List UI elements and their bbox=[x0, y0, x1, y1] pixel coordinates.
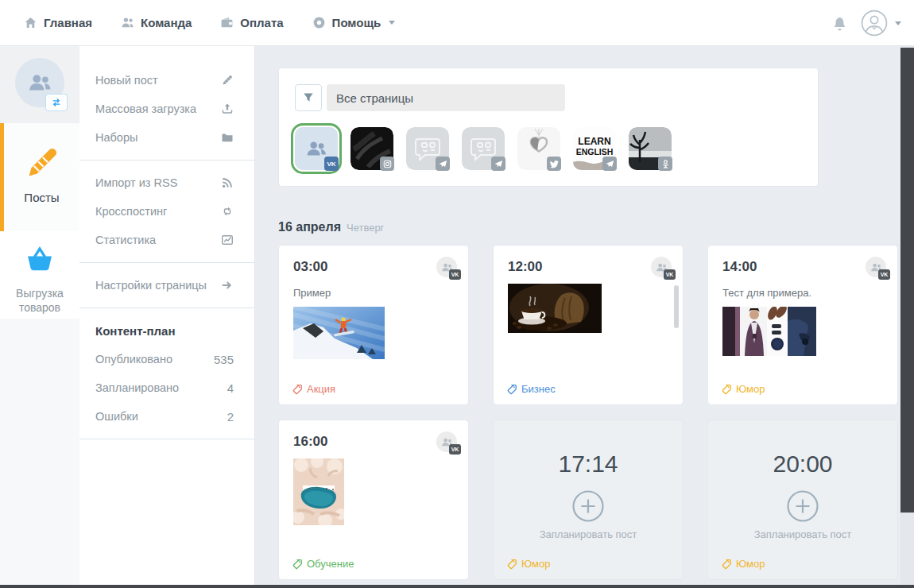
nav-item-home[interactable]: Главная bbox=[24, 16, 92, 29]
notifications-bell-icon[interactable] bbox=[831, 15, 848, 32]
tag-icon bbox=[721, 559, 732, 570]
content-plan-row[interactable]: Запланировано4 bbox=[79, 373, 254, 402]
page-thumbnail-telegram[interactable] bbox=[406, 127, 449, 170]
weekday-label: Четверг bbox=[347, 222, 384, 234]
rail-item-goods-export[interactable]: Выгрузка товаров bbox=[0, 231, 79, 319]
sidebar-menu: Новый постМассовая загрузкаНаборыИмпорт … bbox=[79, 46, 255, 588]
post-tag[interactable]: Юмор bbox=[721, 558, 765, 570]
chevron-down-icon bbox=[389, 21, 395, 25]
content-plan-row[interactable]: Опубликовано535 bbox=[79, 345, 254, 373]
user-menu[interactable] bbox=[861, 10, 901, 37]
post-text: Пример bbox=[293, 287, 454, 299]
nav-item-team[interactable]: Команда bbox=[121, 16, 192, 29]
pages-filter-input[interactable] bbox=[327, 84, 565, 111]
post-card[interactable]: 14:00VKТест для примера.Юмор bbox=[707, 245, 898, 405]
slot-time: 17:14 bbox=[508, 451, 668, 478]
page-thumbnail-vk[interactable]: VK bbox=[295, 127, 338, 170]
sidebar-item-label: Импорт из RSS bbox=[95, 176, 177, 189]
switch-pages-badge[interactable] bbox=[45, 94, 68, 111]
repost-icon bbox=[221, 205, 234, 218]
schedule-post-label[interactable]: Запланировать пост bbox=[722, 528, 883, 540]
post-card[interactable]: 12:00VKБизнес bbox=[493, 245, 684, 405]
sidebar-item[interactable]: Настройки страницы bbox=[79, 271, 254, 300]
page-avatar: VK bbox=[651, 257, 672, 277]
post-image[interactable] bbox=[293, 458, 454, 525]
post-card[interactable]: 16:00VKОбучение bbox=[278, 420, 469, 580]
card-scrollbar-thumb[interactable] bbox=[674, 285, 679, 328]
post-image[interactable] bbox=[722, 307, 883, 356]
rss-icon bbox=[221, 176, 234, 189]
page-thumbnail-telegram[interactable] bbox=[462, 127, 505, 170]
content-plan-label: Запланировано bbox=[95, 381, 179, 394]
plus-circle-icon[interactable] bbox=[572, 490, 604, 522]
sidebar-item-label: Кросспостинг bbox=[95, 205, 167, 218]
team-icon bbox=[121, 16, 134, 29]
main-scrollbar-thumb[interactable] bbox=[900, 48, 914, 513]
page-thumbnail-instagram[interactable] bbox=[350, 127, 393, 170]
tag-icon bbox=[292, 559, 303, 570]
page-thumbnail-twitter[interactable] bbox=[517, 127, 560, 170]
telegram-icon bbox=[494, 159, 504, 169]
post-tag[interactable]: Обучение bbox=[292, 558, 354, 570]
post-tag[interactable]: Юмор bbox=[506, 558, 550, 570]
empty-slot-card[interactable]: 20:00Запланировать постЮмор bbox=[707, 420, 898, 580]
sidebar-item-label: Новый пост bbox=[95, 74, 158, 87]
plus-circle-icon[interactable] bbox=[787, 490, 819, 522]
divider bbox=[79, 308, 254, 308]
content-plan-count: 535 bbox=[214, 353, 234, 366]
telegram-icon bbox=[605, 159, 615, 169]
user-avatar-icon bbox=[861, 10, 888, 37]
sidebar-item[interactable]: Массовая загрузка bbox=[79, 95, 254, 123]
post-tag[interactable]: Бизнес bbox=[506, 383, 556, 395]
post-tag[interactable]: Акция bbox=[292, 383, 335, 395]
empty-slot-card[interactable]: 17:14Запланировать постЮмор bbox=[493, 420, 684, 580]
nav-item-payment[interactable]: Оплата bbox=[220, 16, 283, 29]
sidebar-item[interactable]: Статистика bbox=[79, 226, 254, 254]
page-thumbnail-odnoklassniki[interactable] bbox=[629, 127, 672, 170]
odnoklassniki-icon bbox=[660, 159, 671, 169]
vk-badge-icon: VK bbox=[324, 157, 339, 171]
swap-arrows-icon bbox=[51, 97, 62, 108]
post-image[interactable] bbox=[508, 284, 668, 333]
slot-time: 20:00 bbox=[722, 451, 883, 478]
page-thumbnail-telegram[interactable]: LEARNENGLISH bbox=[573, 127, 616, 170]
page-thumbnails: VKLEARNENGLISH bbox=[295, 127, 802, 170]
main-content: VKLEARNENGLISH 16 апреляЧетверг 03:00VKП… bbox=[255, 46, 900, 588]
nav-label: Команда bbox=[141, 16, 192, 29]
divider bbox=[79, 160, 254, 161]
post-tag-label: Бизнес bbox=[521, 383, 556, 395]
sidebar-item[interactable]: Импорт из RSS bbox=[79, 168, 254, 197]
post-image[interactable] bbox=[293, 307, 454, 359]
sidebar-item[interactable]: Кросспостинг bbox=[79, 197, 254, 226]
nav-item-help[interactable]: Помощь bbox=[312, 16, 396, 29]
content-plan-row[interactable]: Ошибки2 bbox=[79, 402, 254, 431]
nav-label: Главная bbox=[44, 16, 92, 29]
post-tag[interactable]: Юмор bbox=[721, 383, 765, 395]
post-time: 16:00 bbox=[293, 433, 454, 451]
account-section bbox=[0, 46, 79, 123]
post-card[interactable]: 03:00VKПримерАкция bbox=[278, 245, 469, 405]
main-scrollbar-track[interactable] bbox=[900, 46, 914, 588]
svg-text:LEARN: LEARN bbox=[578, 136, 610, 147]
sidebar-item-label: Массовая загрузка bbox=[95, 103, 196, 115]
instagram-badge-icon bbox=[380, 157, 394, 171]
rail-item-posts[interactable]: Посты bbox=[0, 123, 79, 231]
schedule-post-label[interactable]: Запланировать пост bbox=[508, 528, 668, 540]
filter-button[interactable] bbox=[295, 84, 322, 111]
top-navbar: ГлавнаяКомандаОплатаПомощь bbox=[0, 0, 914, 46]
tag-icon bbox=[506, 384, 517, 395]
sidebar-item[interactable]: Наборы bbox=[79, 123, 254, 152]
post-tag-label: Акция bbox=[307, 383, 335, 395]
post-time: 12:00 bbox=[508, 258, 668, 276]
odnoklassniki-badge-icon bbox=[658, 157, 672, 171]
tag-icon bbox=[721, 384, 732, 395]
sidebar-item[interactable]: Новый пост bbox=[79, 66, 254, 95]
vk-badge-icon: VK bbox=[878, 269, 890, 280]
sidebar-item-label: Наборы bbox=[95, 131, 137, 144]
content-plan-count: 2 bbox=[227, 410, 234, 424]
divider bbox=[79, 262, 254, 263]
funnel-icon bbox=[302, 91, 315, 104]
telegram-icon bbox=[438, 159, 448, 169]
pencil-sm-icon bbox=[221, 74, 234, 87]
telegram-badge-icon bbox=[436, 157, 450, 171]
